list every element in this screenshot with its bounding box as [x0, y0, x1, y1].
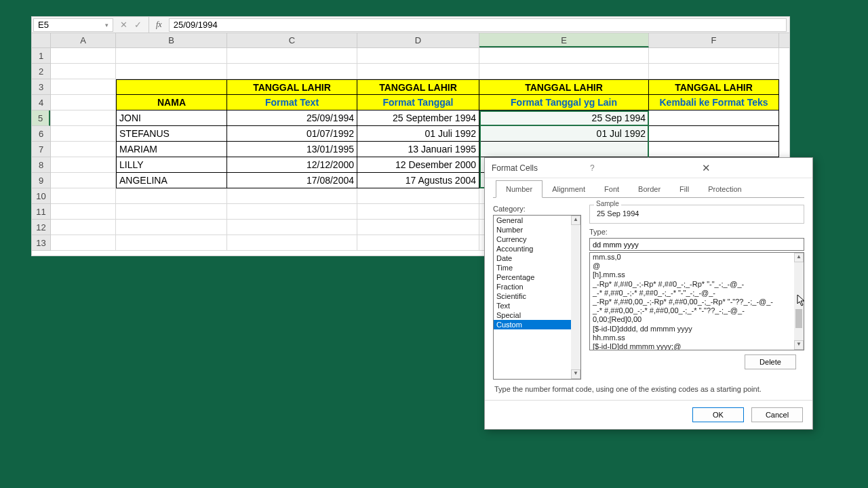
cell[interactable]: 17 Agustus 2004	[357, 173, 479, 188]
category-item[interactable]: Custom	[494, 320, 580, 329]
cell[interactable]: JONI	[116, 110, 227, 126]
format-item[interactable]: hh.mm.ss	[590, 333, 804, 342]
category-item[interactable]: Time	[494, 263, 580, 272]
category-item[interactable]: Accounting	[494, 244, 580, 253]
cell[interactable]	[51, 173, 116, 188]
close-icon[interactable]: ✕	[696, 159, 806, 177]
cell[interactable]: NAMA	[116, 95, 227, 110]
dialog-titlebar[interactable]: Format Cells ? ✕	[485, 158, 812, 178]
row-header-2[interactable]: 2	[32, 64, 50, 79]
cell[interactable]: 13 Januari 1995	[357, 142, 479, 157]
cell[interactable]	[116, 220, 227, 235]
cell[interactable]	[51, 110, 116, 126]
column-header-D[interactable]: D	[357, 33, 479, 47]
cell[interactable]	[649, 110, 779, 126]
row-header-9[interactable]: 9	[32, 173, 50, 188]
cancel-icon[interactable]: ✕	[120, 20, 127, 30]
cell[interactable]	[51, 220, 116, 235]
row-header-3[interactable]: 3	[32, 79, 50, 95]
cell[interactable]: 01 Jul 1992	[479, 126, 649, 142]
column-header-C[interactable]: C	[227, 33, 357, 47]
cell[interactable]	[357, 235, 479, 251]
category-item[interactable]: General	[494, 216, 580, 225]
cell[interactable]	[479, 48, 649, 64]
cell[interactable]	[227, 48, 357, 64]
cell[interactable]: 13/01/1995	[227, 142, 357, 157]
cell[interactable]: ANGELINA	[116, 173, 227, 188]
tab-number[interactable]: Number	[496, 180, 542, 198]
category-item[interactable]: Number	[494, 225, 580, 235]
cancel-button[interactable]: Cancel	[751, 407, 803, 422]
cell[interactable]: TANGGAL LAHIR	[227, 79, 357, 95]
cell[interactable]	[116, 204, 227, 220]
cell[interactable]: 12/12/2000	[227, 157, 357, 173]
cell[interactable]	[116, 79, 227, 95]
cell[interactable]: Format Tanggal yg Lain	[479, 95, 649, 110]
cell[interactable]	[357, 188, 479, 204]
cell[interactable]	[227, 188, 357, 204]
enter-icon[interactable]: ✓	[134, 20, 142, 30]
format-item[interactable]: [h].mm.ss	[590, 270, 804, 279]
cell[interactable]: 12 Desember 2000	[357, 157, 479, 173]
category-item[interactable]: Scientific	[494, 291, 580, 301]
cell[interactable]	[51, 188, 116, 204]
cell[interactable]	[51, 235, 116, 251]
cell[interactable]	[479, 142, 649, 157]
ok-button[interactable]: OK	[692, 407, 744, 422]
cell[interactable]	[357, 220, 479, 235]
formula-input[interactable]: 25/09/1994	[169, 18, 787, 32]
fx-icon[interactable]: fx	[149, 20, 169, 30]
cell[interactable]	[51, 48, 116, 64]
format-item[interactable]: _-Rp* #,##0_-;-Rp* #,##0_-;_-Rp* "-"_-;_…	[590, 280, 804, 289]
row-header-8[interactable]: 8	[32, 157, 50, 173]
format-item[interactable]: _-Rp* #,##0,00_-;-Rp* #,##0,00_-;_-Rp* "…	[590, 298, 804, 306]
cell[interactable]: TANGGAL LAHIR	[649, 79, 779, 95]
cell[interactable]: 25 Sep 1994	[479, 110, 649, 126]
cell[interactable]	[227, 235, 357, 251]
scroll-up-icon[interactable]: ▲	[571, 216, 580, 225]
row-header-5[interactable]: 5	[32, 110, 50, 126]
format-item[interactable]: _-* #,##0,00_-;-* #,##0,00_-;_-* "-"??_-…	[590, 306, 804, 315]
scroll-down-icon[interactable]: ▼	[571, 369, 580, 379]
column-header-A[interactable]: A	[51, 33, 116, 47]
cell[interactable]: 01 Juli 1992	[357, 126, 479, 142]
cell[interactable]	[227, 204, 357, 220]
cell[interactable]	[51, 79, 116, 95]
tab-alignment[interactable]: Alignment	[542, 181, 595, 197]
cell[interactable]	[357, 48, 479, 64]
cell[interactable]: STEFANUS	[116, 126, 227, 142]
cell[interactable]	[227, 220, 357, 235]
cell[interactable]	[51, 204, 116, 220]
format-item[interactable]: @	[590, 262, 804, 270]
tab-border[interactable]: Border	[629, 181, 670, 197]
format-item[interactable]: mm.ss,0	[590, 253, 804, 262]
scrollbar[interactable]: ▲ ▼	[571, 216, 580, 379]
cell[interactable]	[357, 204, 479, 220]
row-header-10[interactable]: 10	[32, 188, 50, 204]
category-item[interactable]: Currency	[494, 235, 580, 244]
cell[interactable]: TANGGAL LAHIR	[357, 79, 479, 95]
category-item[interactable]: Special	[494, 310, 580, 320]
category-item[interactable]: Percentage	[494, 272, 580, 282]
cell[interactable]	[116, 188, 227, 204]
cell[interactable]	[479, 64, 649, 79]
cell[interactable]: Format Tanggal	[357, 95, 479, 110]
cell[interactable]: 17/08/2004	[227, 173, 357, 188]
category-item[interactable]: Fraction	[494, 282, 580, 291]
cell[interactable]	[116, 48, 227, 64]
row-header-12[interactable]: 12	[32, 220, 50, 235]
select-all-corner[interactable]	[32, 33, 51, 48]
cell[interactable]	[116, 64, 227, 79]
cell[interactable]: 01/07/1992	[227, 126, 357, 142]
column-header-F[interactable]: F	[649, 33, 779, 47]
delete-button[interactable]: Delete	[745, 354, 796, 369]
tab-font[interactable]: Font	[595, 181, 629, 197]
cell[interactable]: 25 September 1994	[357, 110, 479, 126]
column-header-E[interactable]: E	[479, 33, 649, 47]
name-box[interactable]: E5	[33, 18, 113, 32]
type-input[interactable]	[589, 238, 804, 251]
cell[interactable]	[116, 235, 227, 251]
cell[interactable]	[51, 95, 116, 110]
format-item[interactable]: _-* #,##0_-;-* #,##0_-;_-* "-"_-;_-@_-	[590, 289, 804, 298]
scroll-down-icon[interactable]: ▼	[794, 340, 804, 350]
